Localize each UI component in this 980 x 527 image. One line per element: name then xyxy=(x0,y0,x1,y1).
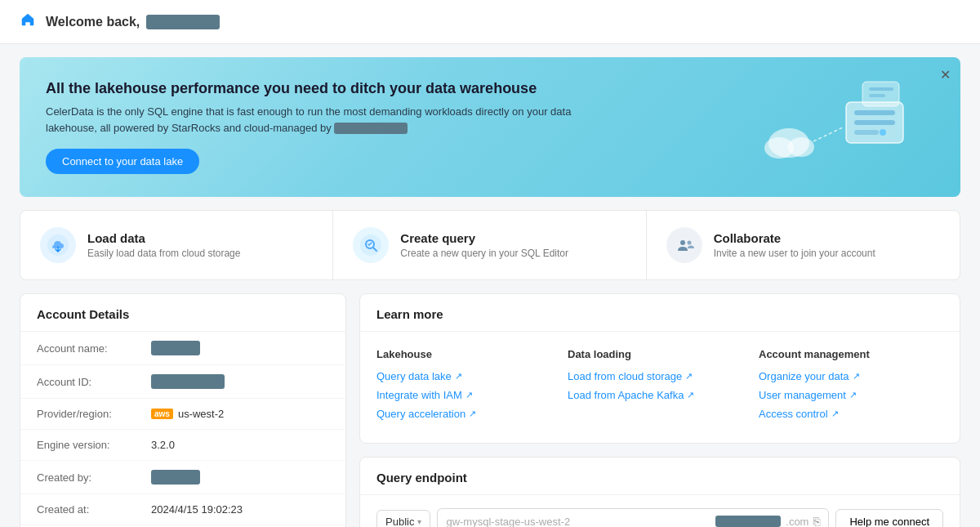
svg-point-16 xyxy=(680,240,685,245)
banner-description: CelerData is the only SQL engine that is… xyxy=(46,104,623,136)
account-id-redacted xyxy=(151,374,225,389)
svg-point-17 xyxy=(687,241,691,245)
load-from-cloud-text: Load from cloud storage xyxy=(568,370,682,382)
quick-action-load-data[interactable]: Load data Easily load data from cloud st… xyxy=(20,211,333,279)
load-from-kafka-text: Load from Apache Kafka xyxy=(568,389,684,401)
svg-point-7 xyxy=(788,137,814,157)
engine-version-label: Engine version: xyxy=(37,439,151,451)
endpoint-visibility-dropdown[interactable]: Public ▾ xyxy=(376,510,430,528)
learn-col-lakehouse: Lakehouse Query data lake ↗ Integrate wi… xyxy=(376,348,561,427)
external-link-icon-4: ↗ xyxy=(685,371,693,382)
account-details-card: Account Details Account name: Account ID… xyxy=(20,293,346,527)
username-redacted xyxy=(146,15,220,29)
load-data-title: Load data xyxy=(87,231,240,245)
created-by-value xyxy=(151,470,200,485)
load-from-cloud-link[interactable]: Load from cloud storage ↗ xyxy=(568,370,752,382)
load-data-icon xyxy=(40,227,76,263)
account-id-value xyxy=(151,374,225,389)
organize-data-link[interactable]: Organize your data ↗ xyxy=(759,370,943,382)
banner-illustration xyxy=(724,69,936,176)
svg-rect-1 xyxy=(854,110,895,115)
top-bar: Welcome back, xyxy=(0,0,980,44)
create-query-text: Create query Create a new query in your … xyxy=(400,231,568,259)
collaborate-title: Collaborate xyxy=(714,231,875,245)
external-link-icon-8: ↗ xyxy=(831,409,839,419)
query-data-lake-text: Query data lake xyxy=(376,370,452,382)
created-at-value: 2024/4/15 19:02:23 xyxy=(151,503,243,516)
create-query-subtitle: Create a new query in your SQL Editor xyxy=(400,248,568,259)
svg-point-4 xyxy=(880,129,886,136)
query-acceleration-text: Query acceleration xyxy=(376,408,466,420)
provider-region-value: aws us-west-2 xyxy=(151,408,224,420)
collaborate-subtitle: Invite a new user to join your account xyxy=(714,248,875,259)
learn-more-grid: Lakehouse Query data lake ↗ Integrate wi… xyxy=(360,332,960,443)
banner: ✕ All the lakehouse performance you need… xyxy=(20,57,960,197)
create-query-icon xyxy=(353,227,389,263)
account-id-row: Account ID: xyxy=(20,365,345,399)
home-icon[interactable] xyxy=(20,11,36,32)
endpoint-visibility-label: Public xyxy=(385,516,414,528)
collaborate-text: Collaborate Invite a new user to join yo… xyxy=(714,231,875,259)
external-link-icon-6: ↗ xyxy=(853,371,860,382)
bottom-section: Account Details Account name: Account ID… xyxy=(20,293,960,527)
query-acceleration-link[interactable]: Query acceleration ↗ xyxy=(376,408,561,420)
svg-rect-3 xyxy=(854,130,879,135)
main-content: ✕ All the lakehouse performance you need… xyxy=(0,44,980,527)
organize-data-text: Organize your data xyxy=(759,370,849,382)
chevron-down-icon: ▾ xyxy=(417,517,421,526)
external-link-icon-2: ↗ xyxy=(466,390,473,400)
endpoint-prefix: gw-mysql-stage-us-west-2 xyxy=(446,516,710,528)
svg-point-15 xyxy=(674,234,695,256)
learn-more-card: Learn more Lakehouse Query data lake ↗ I… xyxy=(359,293,960,444)
quick-action-collaborate[interactable]: Collaborate Invite a new user to join yo… xyxy=(647,211,960,279)
integrate-iam-link[interactable]: Integrate with IAM ↗ xyxy=(376,389,561,401)
account-details-header: Account Details xyxy=(20,294,345,332)
lakehouse-heading: Lakehouse xyxy=(376,348,561,360)
account-id-label: Account ID: xyxy=(37,376,151,388)
account-name-row: Account name: xyxy=(20,332,345,365)
help-me-connect-button[interactable]: Help me connect xyxy=(835,509,943,528)
query-data-lake-link[interactable]: Query data lake ↗ xyxy=(376,370,561,382)
svg-rect-11 xyxy=(869,94,885,97)
created-at-label: Created at: xyxy=(37,503,151,516)
create-query-title: Create query xyxy=(400,231,568,245)
quick-action-create-query[interactable]: Create query Create a new query in your … xyxy=(333,211,646,279)
svg-rect-10 xyxy=(869,87,893,91)
user-management-link[interactable]: User management ↗ xyxy=(759,389,943,401)
query-endpoint-header: Query endpoint xyxy=(360,458,960,495)
endpoint-url-input: gw-mysql-stage-us-west-2 .com ⎘ xyxy=(437,508,829,527)
welcome-message: Welcome back, xyxy=(46,15,220,29)
load-from-kafka-link[interactable]: Load from Apache Kafka ↗ xyxy=(568,389,752,401)
created-by-redacted xyxy=(151,470,200,485)
provider-region-row: Provider/region: aws us-west-2 xyxy=(20,399,345,430)
connect-to-data-lake-button[interactable]: Connect to your data lake xyxy=(46,149,199,174)
account-name-value xyxy=(151,341,200,355)
endpoint-copy-icon[interactable]: ⎘ xyxy=(813,515,820,527)
created-at-row: Created at: 2024/4/15 19:02:23 xyxy=(20,494,345,525)
banner-company-redacted xyxy=(334,123,408,134)
banner-text: All the lakehouse performance you need t… xyxy=(46,80,623,174)
query-endpoint-card: Query endpoint Public ▾ gw-mysql-stage-u… xyxy=(359,457,960,527)
quick-actions: Load data Easily load data from cloud st… xyxy=(20,210,960,280)
svg-point-13 xyxy=(360,234,381,256)
learn-col-account-mgmt: Account management Organize your data ↗ … xyxy=(759,348,943,427)
access-control-link[interactable]: Access control ↗ xyxy=(759,408,943,420)
external-link-icon-1: ↗ xyxy=(455,371,462,382)
query-endpoint-body: Public ▾ gw-mysql-stage-us-west-2 .com ⎘… xyxy=(360,495,960,527)
engine-version-row: Engine version: 3.2.0 xyxy=(20,430,345,461)
provider-region-label: Provider/region: xyxy=(37,408,151,420)
banner-close-button[interactable]: ✕ xyxy=(940,67,951,83)
svg-rect-2 xyxy=(854,120,895,125)
collaborate-icon xyxy=(666,227,702,263)
integrate-iam-text: Integrate with IAM xyxy=(376,389,462,401)
data-loading-heading: Data loading xyxy=(568,348,752,360)
endpoint-suffix: .com xyxy=(786,516,808,528)
created-by-label: Created by: xyxy=(37,471,151,484)
learn-more-header: Learn more xyxy=(360,294,960,332)
account-name-label: Account name: xyxy=(37,342,151,355)
created-by-row: Created by: xyxy=(20,461,345,494)
account-mgmt-heading: Account management xyxy=(759,348,943,360)
banner-title: All the lakehouse performance you need t… xyxy=(46,80,623,97)
load-data-text: Load data Easily load data from cloud st… xyxy=(87,231,240,259)
aws-badge: aws xyxy=(151,409,173,419)
